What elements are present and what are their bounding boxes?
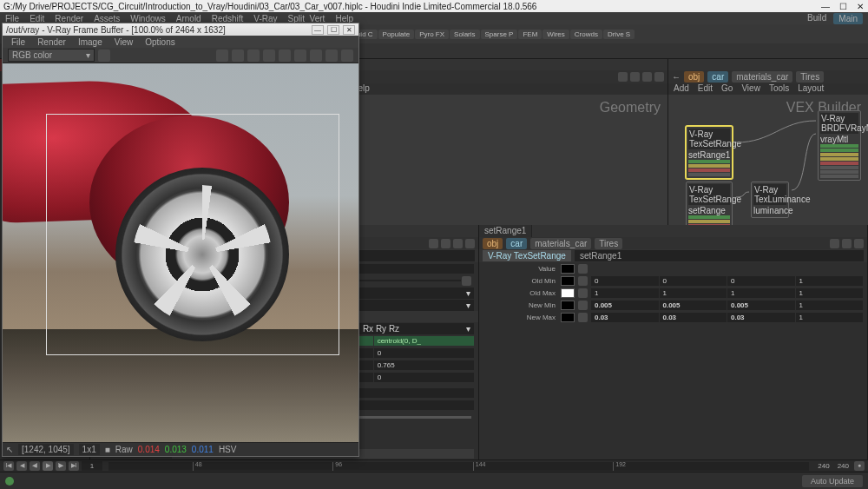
vfb-stop-icon[interactable] <box>326 50 338 62</box>
vfb-tool-icon[interactable] <box>216 50 228 62</box>
pivot-z[interactable]: 0 <box>374 373 474 382</box>
oldmin-color[interactable] <box>561 276 575 286</box>
rotorder-dropdown[interactable]: Rx Ry Rz▾ <box>359 323 474 334</box>
vfb-channel-dropdown[interactable]: RGB color▾ <box>8 49 95 62</box>
rotate-z[interactable]: 0 <box>374 348 474 358</box>
prev-frame-button[interactable]: ◀ <box>16 461 27 471</box>
net-menu-layout[interactable]: Layout <box>798 83 824 95</box>
dropper-icon[interactable] <box>578 288 588 298</box>
vfb-tool-icon[interactable] <box>247 50 260 62</box>
vfb-render-view[interactable] <box>3 63 358 442</box>
range-end[interactable]: 240 <box>815 462 832 470</box>
shelf-tab[interactable]: Crowds <box>570 30 602 39</box>
vfb-titlebar[interactable]: /out/vray - V-Ray Frame Buffer - [100.0%… <box>3 23 358 36</box>
vfb-max-icon[interactable]: ☐ <box>327 25 339 35</box>
render-region-box[interactable] <box>46 114 339 355</box>
play-button[interactable]: ▶ <box>43 461 53 471</box>
vfb-close-icon[interactable]: ✕ <box>343 25 355 35</box>
shelf-tab[interactable]: Pyro FX <box>415 30 449 39</box>
scale-z[interactable]: 0.765 <box>374 360 474 370</box>
menu-help[interactable]: Help <box>335 14 353 23</box>
vfb-menu-image[interactable]: Image <box>78 37 102 47</box>
vfb-render-icon[interactable] <box>341 50 353 62</box>
menu-file[interactable]: File <box>5 14 19 23</box>
net-menu-tools[interactable]: Tools <box>769 83 789 95</box>
menu-assets[interactable]: Assets <box>94 14 120 23</box>
menu-edit[interactable]: Edit <box>30 14 44 23</box>
vfb-tool-icon[interactable] <box>294 50 306 62</box>
shelf-tab[interactable]: Drive S <box>603 30 635 39</box>
path-car[interactable]: car <box>707 71 728 83</box>
newmax-color[interactable] <box>561 313 575 322</box>
play-back-button[interactable]: ◀I <box>30 461 40 471</box>
last-frame-button[interactable]: ▶I <box>69 461 79 471</box>
menu-windows[interactable]: Windows <box>130 14 166 23</box>
gear-icon[interactable] <box>830 239 839 248</box>
path-obj[interactable]: obj <box>684 71 704 83</box>
path-tires[interactable]: Tires <box>796 71 824 83</box>
auto-update-button[interactable]: Auto Update <box>802 475 863 487</box>
network-tabs[interactable] <box>668 59 868 70</box>
timeline[interactable]: 48 96 144 192 <box>108 462 809 471</box>
shelf-tab[interactable]: Populate <box>378 30 415 39</box>
vex-node-setrange[interactable]: V-Ray TexSetRange setRange <box>686 182 733 225</box>
path-mats[interactable]: materials_car <box>732 71 792 83</box>
dropper-icon[interactable] <box>578 264 588 274</box>
menu-arnold[interactable]: Arnold <box>176 14 201 23</box>
net-menu-add[interactable]: Add <box>674 83 689 95</box>
menu-vray[interactable]: V-Ray <box>253 14 277 23</box>
vfb-min-icon[interactable]: — <box>312 25 324 35</box>
vex-node-luminance[interactable]: V-Ray TexLuminance luminance <box>751 182 789 218</box>
vfb-menu-view[interactable]: View <box>115 37 134 47</box>
vfb-menu-options[interactable]: Options <box>145 37 174 47</box>
vex-node-vraymtl[interactable]: V-Ray BRDFVRayMtl vrayMtl <box>818 110 861 181</box>
desktop-main[interactable]: Main <box>833 13 863 24</box>
param-tab[interactable]: setRange1 <box>479 225 532 237</box>
net-menu-go[interactable]: Go <box>721 83 733 95</box>
vfb-tool-icon[interactable] <box>263 50 275 62</box>
close-button[interactable]: ✕ <box>856 2 865 11</box>
maximize-button[interactable]: ☐ <box>838 2 847 11</box>
value-color[interactable] <box>561 264 575 274</box>
shelf-tab[interactable]: Solaris <box>450 30 479 39</box>
shelf-tab[interactable]: Wires <box>542 30 569 39</box>
net-tool-icon[interactable] <box>654 72 664 82</box>
pin-icon[interactable] <box>453 239 463 248</box>
net-menu-view[interactable]: View <box>741 83 760 95</box>
dropper-icon[interactable] <box>578 313 588 322</box>
first-frame-button[interactable]: I◀ <box>3 461 14 471</box>
vfb-tool-icon[interactable] <box>232 50 244 62</box>
vex-canvas[interactable]: VEX Builder V-Ray TexSetRange setRange1 … <box>668 95 868 225</box>
keyframe-icon[interactable]: ● <box>854 461 865 471</box>
menu-icon[interactable] <box>465 239 475 248</box>
net-tool-icon[interactable] <box>642 72 652 82</box>
vfb-region-icon[interactable] <box>279 50 291 62</box>
translate-z[interactable]: centroid(0, D_ <box>374 336 474 346</box>
menu-splitvert[interactable]: Split_Vert <box>288 14 326 23</box>
next-frame-button[interactable]: I▶ <box>56 461 66 471</box>
menu-render[interactable]: Render <box>55 14 83 23</box>
vfb-menu-render[interactable]: Render <box>37 37 66 47</box>
dropper-icon[interactable] <box>578 301 588 310</box>
menu-redshift[interactable]: Redshift <box>212 14 244 23</box>
pixel-scale[interactable]: 1x1 <box>79 444 100 455</box>
oldmax-color[interactable] <box>561 288 575 298</box>
shelf-tab[interactable]: Sparse P <box>481 30 518 39</box>
minimize-button[interactable]: — <box>821 2 830 11</box>
net-tool-icon[interactable] <box>618 72 628 82</box>
shelf-tab[interactable]: FEM <box>518 30 542 39</box>
help-icon[interactable] <box>842 239 852 248</box>
newmin-color[interactable] <box>561 301 575 310</box>
net-tool-icon[interactable] <box>630 72 640 82</box>
vfb-save-icon[interactable] <box>98 50 110 62</box>
help-icon[interactable] <box>441 239 450 248</box>
vfb-tool-icon[interactable] <box>310 50 322 62</box>
back-icon[interactable]: ← <box>672 72 681 82</box>
desktop-build[interactable]: Build <box>807 13 826 24</box>
net-menu-edit[interactable]: Edit <box>698 83 713 95</box>
vex-node-setrange1[interactable]: V-Ray TexSetRange setRange1 <box>686 126 733 179</box>
menu-icon[interactable] <box>854 239 864 248</box>
vfb-menu-file[interactable]: File <box>11 37 25 47</box>
gear-icon[interactable] <box>429 239 438 248</box>
dropper-icon[interactable] <box>578 276 588 286</box>
